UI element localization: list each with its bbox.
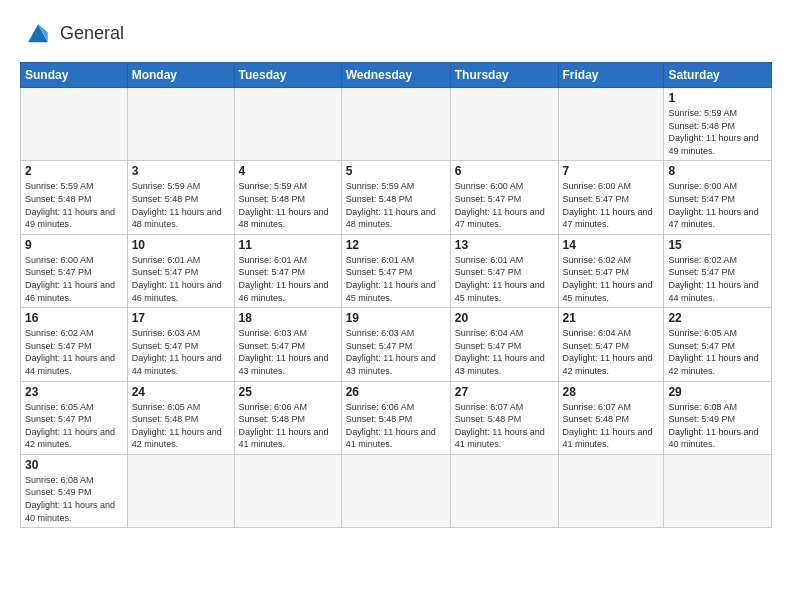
day-number: 19 [346,311,446,325]
day-number: 20 [455,311,554,325]
calendar-cell: 23Sunrise: 6:05 AMSunset: 5:47 PMDayligh… [21,381,128,454]
cell-sun-info: Sunrise: 5:59 AMSunset: 5:48 PMDaylight:… [25,180,123,230]
day-number: 15 [668,238,767,252]
calendar-cell: 20Sunrise: 6:04 AMSunset: 5:47 PMDayligh… [450,308,558,381]
calendar-cell: 12Sunrise: 6:01 AMSunset: 5:47 PMDayligh… [341,234,450,307]
cell-sun-info: Sunrise: 6:01 AMSunset: 5:47 PMDaylight:… [239,254,337,304]
day-number: 17 [132,311,230,325]
cell-sun-info: Sunrise: 6:00 AMSunset: 5:47 PMDaylight:… [455,180,554,230]
weekday-header-friday: Friday [558,63,664,88]
calendar-cell: 8Sunrise: 6:00 AMSunset: 5:47 PMDaylight… [664,161,772,234]
day-number: 7 [563,164,660,178]
logo: General [20,16,124,52]
calendar-cell: 16Sunrise: 6:02 AMSunset: 5:47 PMDayligh… [21,308,128,381]
day-number: 30 [25,458,123,472]
calendar-cell: 25Sunrise: 6:06 AMSunset: 5:48 PMDayligh… [234,381,341,454]
day-number: 13 [455,238,554,252]
cell-sun-info: Sunrise: 6:06 AMSunset: 5:48 PMDaylight:… [239,401,337,451]
cell-sun-info: Sunrise: 6:01 AMSunset: 5:47 PMDaylight:… [132,254,230,304]
day-number: 23 [25,385,123,399]
cell-sun-info: Sunrise: 6:02 AMSunset: 5:47 PMDaylight:… [668,254,767,304]
generalblue-logo-icon [20,16,56,52]
day-number: 9 [25,238,123,252]
cell-sun-info: Sunrise: 6:04 AMSunset: 5:47 PMDaylight:… [563,327,660,377]
day-number: 26 [346,385,446,399]
cell-sun-info: Sunrise: 6:05 AMSunset: 5:47 PMDaylight:… [25,401,123,451]
cell-sun-info: Sunrise: 6:03 AMSunset: 5:47 PMDaylight:… [239,327,337,377]
calendar-cell: 15Sunrise: 6:02 AMSunset: 5:47 PMDayligh… [664,234,772,307]
calendar-cell: 2Sunrise: 5:59 AMSunset: 5:48 PMDaylight… [21,161,128,234]
day-number: 14 [563,238,660,252]
cell-sun-info: Sunrise: 6:06 AMSunset: 5:48 PMDaylight:… [346,401,446,451]
weekday-header-sunday: Sunday [21,63,128,88]
cell-sun-info: Sunrise: 6:01 AMSunset: 5:47 PMDaylight:… [455,254,554,304]
cell-sun-info: Sunrise: 5:59 AMSunset: 5:48 PMDaylight:… [239,180,337,230]
cell-sun-info: Sunrise: 5:59 AMSunset: 5:48 PMDaylight:… [346,180,446,230]
weekday-header-row: SundayMondayTuesdayWednesdayThursdayFrid… [21,63,772,88]
calendar-cell [664,454,772,527]
day-number: 24 [132,385,230,399]
day-number: 18 [239,311,337,325]
calendar-cell [341,454,450,527]
calendar-cell: 22Sunrise: 6:05 AMSunset: 5:47 PMDayligh… [664,308,772,381]
day-number: 10 [132,238,230,252]
cell-sun-info: Sunrise: 6:04 AMSunset: 5:47 PMDaylight:… [455,327,554,377]
weekday-header-wednesday: Wednesday [341,63,450,88]
calendar-cell: 14Sunrise: 6:02 AMSunset: 5:47 PMDayligh… [558,234,664,307]
calendar-cell: 9Sunrise: 6:00 AMSunset: 5:47 PMDaylight… [21,234,128,307]
day-number: 2 [25,164,123,178]
calendar-cell: 6Sunrise: 6:00 AMSunset: 5:47 PMDaylight… [450,161,558,234]
calendar-cell: 28Sunrise: 6:07 AMSunset: 5:48 PMDayligh… [558,381,664,454]
day-number: 21 [563,311,660,325]
calendar-cell [558,88,664,161]
calendar-week-4: 23Sunrise: 6:05 AMSunset: 5:47 PMDayligh… [21,381,772,454]
cell-sun-info: Sunrise: 6:02 AMSunset: 5:47 PMDaylight:… [563,254,660,304]
page: General SundayMondayTuesdayWednesdayThur… [0,0,792,544]
cell-sun-info: Sunrise: 6:03 AMSunset: 5:47 PMDaylight:… [132,327,230,377]
day-number: 22 [668,311,767,325]
day-number: 6 [455,164,554,178]
day-number: 3 [132,164,230,178]
calendar-cell [21,88,128,161]
calendar-cell [234,88,341,161]
weekday-header-saturday: Saturday [664,63,772,88]
calendar-cell: 26Sunrise: 6:06 AMSunset: 5:48 PMDayligh… [341,381,450,454]
cell-sun-info: Sunrise: 6:05 AMSunset: 5:48 PMDaylight:… [132,401,230,451]
day-number: 11 [239,238,337,252]
calendar-cell: 17Sunrise: 6:03 AMSunset: 5:47 PMDayligh… [127,308,234,381]
cell-sun-info: Sunrise: 6:03 AMSunset: 5:47 PMDaylight:… [346,327,446,377]
calendar-cell: 7Sunrise: 6:00 AMSunset: 5:47 PMDaylight… [558,161,664,234]
cell-sun-info: Sunrise: 6:00 AMSunset: 5:47 PMDaylight:… [25,254,123,304]
calendar-cell [450,454,558,527]
calendar-cell: 24Sunrise: 6:05 AMSunset: 5:48 PMDayligh… [127,381,234,454]
weekday-header-thursday: Thursday [450,63,558,88]
calendar-cell: 21Sunrise: 6:04 AMSunset: 5:47 PMDayligh… [558,308,664,381]
calendar-cell: 4Sunrise: 5:59 AMSunset: 5:48 PMDaylight… [234,161,341,234]
calendar-cell [558,454,664,527]
cell-sun-info: Sunrise: 6:00 AMSunset: 5:47 PMDaylight:… [563,180,660,230]
day-number: 29 [668,385,767,399]
calendar-cell: 1Sunrise: 5:59 AMSunset: 5:48 PMDaylight… [664,88,772,161]
calendar-week-5: 30Sunrise: 6:08 AMSunset: 5:49 PMDayligh… [21,454,772,527]
day-number: 4 [239,164,337,178]
day-number: 27 [455,385,554,399]
calendar-cell: 27Sunrise: 6:07 AMSunset: 5:48 PMDayligh… [450,381,558,454]
logo-text: General [60,24,124,44]
cell-sun-info: Sunrise: 6:02 AMSunset: 5:47 PMDaylight:… [25,327,123,377]
calendar-cell: 19Sunrise: 6:03 AMSunset: 5:47 PMDayligh… [341,308,450,381]
calendar-cell: 3Sunrise: 5:59 AMSunset: 5:48 PMDaylight… [127,161,234,234]
calendar-cell [127,88,234,161]
cell-sun-info: Sunrise: 6:05 AMSunset: 5:47 PMDaylight:… [668,327,767,377]
cell-sun-info: Sunrise: 5:59 AMSunset: 5:48 PMDaylight:… [132,180,230,230]
day-number: 25 [239,385,337,399]
day-number: 1 [668,91,767,105]
calendar-table: SundayMondayTuesdayWednesdayThursdayFrid… [20,62,772,528]
calendar-week-2: 9Sunrise: 6:00 AMSunset: 5:47 PMDaylight… [21,234,772,307]
weekday-header-monday: Monday [127,63,234,88]
calendar-cell: 5Sunrise: 5:59 AMSunset: 5:48 PMDaylight… [341,161,450,234]
cell-sun-info: Sunrise: 6:08 AMSunset: 5:49 PMDaylight:… [668,401,767,451]
day-number: 28 [563,385,660,399]
cell-sun-info: Sunrise: 6:07 AMSunset: 5:48 PMDaylight:… [455,401,554,451]
day-number: 8 [668,164,767,178]
calendar-week-3: 16Sunrise: 6:02 AMSunset: 5:47 PMDayligh… [21,308,772,381]
